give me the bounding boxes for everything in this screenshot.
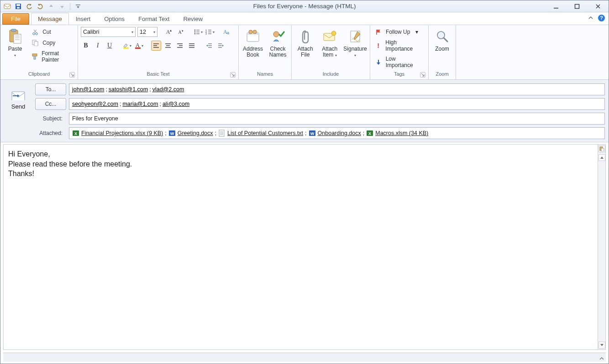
low-importance-button[interactable]: Low Importance bbox=[373, 55, 425, 69]
tab-options[interactable]: Options bbox=[97, 13, 131, 25]
clear-formatting-button[interactable]: Aa bbox=[221, 27, 231, 37]
window-controls bbox=[546, 0, 609, 12]
copy-button[interactable]: Copy bbox=[30, 38, 75, 47]
basic-text-launcher-icon[interactable] bbox=[230, 72, 236, 78]
svg-point-56 bbox=[249, 30, 252, 34]
clipboard-launcher-icon[interactable] bbox=[69, 72, 75, 78]
message-body-editor[interactable]: Hi Everyone,Please read these before the… bbox=[4, 145, 598, 349]
recipient[interactable]: seohyeon@2.com bbox=[72, 101, 118, 107]
attached-input[interactable]: XFinancial Projections.xlsx (9 KB); WGre… bbox=[69, 127, 605, 139]
paste-dropdown-icon: ▾ bbox=[14, 53, 16, 57]
subject-label: Subject: bbox=[35, 115, 66, 122]
redo-icon[interactable] bbox=[36, 2, 44, 10]
ribbon: Paste▾ Cut Copy Format Painter Clipboard… bbox=[0, 25, 609, 80]
copy-icon bbox=[31, 39, 39, 47]
attachment-item[interactable]: XFinancial Projections.xlsx (9 KB) bbox=[72, 130, 163, 137]
low-importance-icon bbox=[375, 58, 382, 66]
font-name-combo[interactable]: Calibri▾ bbox=[81, 27, 136, 37]
format-painter-button[interactable]: Format Painter bbox=[30, 49, 75, 64]
svg-line-63 bbox=[444, 38, 447, 42]
attachment-item[interactable]: WGreeting.docx bbox=[168, 130, 213, 137]
cut-button[interactable]: Cut bbox=[30, 27, 75, 36]
font-color-button[interactable]: A bbox=[134, 41, 144, 51]
to-input[interactable]: john@1.com; satoshi@1.com; vlad@2.com bbox=[69, 83, 605, 95]
cc-button[interactable]: Cc... bbox=[35, 98, 66, 110]
undo-icon[interactable] bbox=[25, 2, 33, 10]
grow-font-button[interactable]: A▴ bbox=[164, 27, 174, 37]
group-tags-label: Tags bbox=[394, 71, 404, 77]
zoom-button[interactable]: Zoom bbox=[431, 26, 453, 54]
bold-button[interactable]: B bbox=[81, 41, 91, 51]
align-justify-button[interactable] bbox=[187, 41, 197, 51]
subject-input[interactable]: Files for Everyone bbox=[69, 113, 605, 125]
minimize-button[interactable] bbox=[546, 0, 567, 12]
xlsm-file-icon: X bbox=[366, 130, 373, 137]
group-basic-text-label: Basic Text bbox=[147, 71, 170, 77]
tab-review[interactable]: Review bbox=[176, 13, 210, 25]
recipient[interactable]: john@1.com bbox=[72, 86, 104, 93]
cc-input[interactable]: seohyeon@2.com; maria@1.com; ali@3.com bbox=[69, 98, 605, 110]
recipient[interactable]: vlad@2.com bbox=[152, 86, 184, 93]
svg-rect-79 bbox=[601, 148, 604, 151]
check-names-button[interactable]: Check Names bbox=[267, 26, 289, 60]
body-scrollbar[interactable] bbox=[598, 145, 605, 349]
attachment-item[interactable]: WOnboarding.docx bbox=[309, 130, 361, 137]
scroll-up-icon[interactable] bbox=[598, 154, 605, 161]
increase-indent-button[interactable] bbox=[216, 41, 226, 51]
tab-insert[interactable]: Insert bbox=[69, 13, 98, 25]
italic-button[interactable]: I bbox=[93, 41, 103, 51]
svg-text:X: X bbox=[74, 131, 77, 136]
attach-file-button[interactable]: Attach File bbox=[294, 26, 316, 60]
customize-qat-icon[interactable] bbox=[74, 2, 82, 10]
highlight-color-button[interactable] bbox=[122, 41, 132, 51]
tab-format-text[interactable]: Format Text bbox=[131, 13, 176, 25]
to-button[interactable]: To... bbox=[35, 83, 66, 95]
decrease-indent-button[interactable] bbox=[204, 41, 214, 51]
recipient[interactable]: satoshi@1.com bbox=[109, 86, 148, 93]
help-icon[interactable]: ? bbox=[598, 15, 605, 21]
signature-button[interactable]: Signature▾ bbox=[343, 26, 367, 61]
svg-rect-8 bbox=[11, 29, 16, 31]
shrink-font-button[interactable]: A▾ bbox=[176, 27, 186, 37]
follow-up-button[interactable]: Follow Up ▾ bbox=[373, 27, 420, 36]
scroll-down-icon[interactable] bbox=[598, 342, 605, 348]
align-center-button[interactable] bbox=[163, 41, 173, 51]
app-icon[interactable] bbox=[3, 2, 11, 10]
paste-button[interactable]: Paste▾ bbox=[3, 26, 27, 61]
align-right-button[interactable] bbox=[175, 41, 185, 51]
tab-file[interactable]: File bbox=[2, 13, 29, 25]
attachment-item[interactable]: XMacros.xlsm (34 KB) bbox=[366, 130, 428, 137]
send-icon bbox=[11, 91, 25, 100]
font-size-combo[interactable]: 12▾ bbox=[137, 27, 158, 37]
close-button[interactable] bbox=[588, 0, 609, 12]
address-book-button[interactable]: Address Book bbox=[242, 26, 264, 60]
align-left-button[interactable] bbox=[151, 41, 161, 51]
recipient[interactable]: maria@1.com bbox=[122, 101, 158, 107]
body-line: Please read these before the meeting. bbox=[8, 159, 593, 169]
tab-message[interactable]: Message bbox=[31, 13, 69, 25]
bullets-button[interactable] bbox=[193, 27, 203, 37]
paste-label: Paste bbox=[8, 46, 22, 52]
status-bar bbox=[3, 353, 606, 362]
format-painter-icon bbox=[31, 53, 38, 60]
high-importance-button[interactable]: !High Importance bbox=[373, 38, 425, 53]
paste-options-icon[interactable] bbox=[598, 146, 605, 152]
save-icon[interactable] bbox=[14, 2, 22, 10]
next-item-icon[interactable] bbox=[58, 2, 66, 10]
minimize-ribbon-icon[interactable] bbox=[587, 14, 594, 21]
copy-label: Copy bbox=[42, 40, 55, 46]
signature-label: Signature bbox=[343, 46, 367, 52]
font-size-value: 12 bbox=[140, 29, 146, 35]
tags-launcher-icon[interactable] bbox=[420, 72, 425, 78]
numbering-button[interactable]: 123 bbox=[205, 27, 215, 37]
prev-item-icon[interactable] bbox=[47, 2, 55, 10]
recipient[interactable]: ali@3.com bbox=[163, 101, 189, 107]
underline-button[interactable]: U bbox=[105, 41, 115, 51]
maximize-button[interactable] bbox=[567, 0, 588, 12]
attach-item-button[interactable]: Attach Item ▾ bbox=[319, 26, 341, 61]
high-importance-label: High Importance bbox=[385, 39, 424, 52]
attachment-item[interactable]: List of Potential Customers.txt bbox=[218, 130, 303, 137]
send-button[interactable]: Send bbox=[5, 84, 31, 116]
expand-section-icon[interactable] bbox=[599, 356, 604, 361]
svg-rect-6 bbox=[575, 4, 579, 8]
